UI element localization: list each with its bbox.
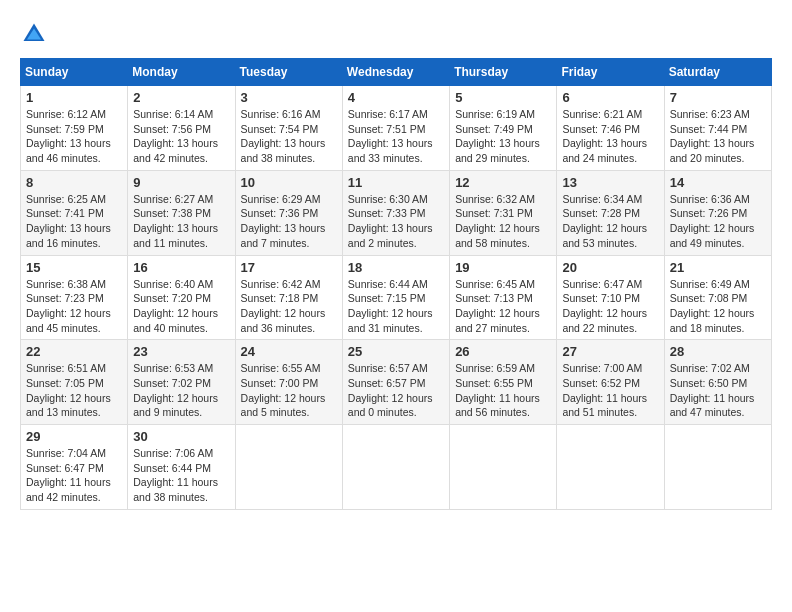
day-info: Sunrise: 6:45 AMSunset: 7:13 PMDaylight:… bbox=[455, 278, 540, 334]
day-info: Sunrise: 6:38 AMSunset: 7:23 PMDaylight:… bbox=[26, 278, 111, 334]
day-number: 30 bbox=[133, 429, 229, 444]
day-number: 27 bbox=[562, 344, 658, 359]
calendar-cell: 21 Sunrise: 6:49 AMSunset: 7:08 PMDaylig… bbox=[664, 255, 771, 340]
calendar-cell: 25 Sunrise: 6:57 AMSunset: 6:57 PMDaylig… bbox=[342, 340, 449, 425]
calendar-cell: 4 Sunrise: 6:17 AMSunset: 7:51 PMDayligh… bbox=[342, 86, 449, 171]
day-info: Sunrise: 6:44 AMSunset: 7:15 PMDaylight:… bbox=[348, 278, 433, 334]
day-info: Sunrise: 6:51 AMSunset: 7:05 PMDaylight:… bbox=[26, 362, 111, 418]
day-number: 1 bbox=[26, 90, 122, 105]
day-number: 20 bbox=[562, 260, 658, 275]
day-info: Sunrise: 6:57 AMSunset: 6:57 PMDaylight:… bbox=[348, 362, 433, 418]
calendar-cell: 3 Sunrise: 6:16 AMSunset: 7:54 PMDayligh… bbox=[235, 86, 342, 171]
calendar-cell: 19 Sunrise: 6:45 AMSunset: 7:13 PMDaylig… bbox=[450, 255, 557, 340]
day-info: Sunrise: 6:49 AMSunset: 7:08 PMDaylight:… bbox=[670, 278, 755, 334]
column-header-friday: Friday bbox=[557, 59, 664, 86]
calendar-cell: 30 Sunrise: 7:06 AMSunset: 6:44 PMDaylig… bbox=[128, 425, 235, 510]
day-info: Sunrise: 6:14 AMSunset: 7:56 PMDaylight:… bbox=[133, 108, 218, 164]
calendar-cell: 18 Sunrise: 6:44 AMSunset: 7:15 PMDaylig… bbox=[342, 255, 449, 340]
calendar-cell bbox=[450, 425, 557, 510]
calendar-cell: 26 Sunrise: 6:59 AMSunset: 6:55 PMDaylig… bbox=[450, 340, 557, 425]
calendar-cell: 9 Sunrise: 6:27 AMSunset: 7:38 PMDayligh… bbox=[128, 170, 235, 255]
day-info: Sunrise: 7:02 AMSunset: 6:50 PMDaylight:… bbox=[670, 362, 755, 418]
calendar-cell: 16 Sunrise: 6:40 AMSunset: 7:20 PMDaylig… bbox=[128, 255, 235, 340]
day-info: Sunrise: 6:34 AMSunset: 7:28 PMDaylight:… bbox=[562, 193, 647, 249]
calendar-cell: 24 Sunrise: 6:55 AMSunset: 7:00 PMDaylig… bbox=[235, 340, 342, 425]
day-info: Sunrise: 6:30 AMSunset: 7:33 PMDaylight:… bbox=[348, 193, 433, 249]
calendar-cell: 17 Sunrise: 6:42 AMSunset: 7:18 PMDaylig… bbox=[235, 255, 342, 340]
day-number: 28 bbox=[670, 344, 766, 359]
day-number: 7 bbox=[670, 90, 766, 105]
day-number: 21 bbox=[670, 260, 766, 275]
day-info: Sunrise: 6:36 AMSunset: 7:26 PMDaylight:… bbox=[670, 193, 755, 249]
column-header-saturday: Saturday bbox=[664, 59, 771, 86]
day-info: Sunrise: 6:17 AMSunset: 7:51 PMDaylight:… bbox=[348, 108, 433, 164]
column-header-thursday: Thursday bbox=[450, 59, 557, 86]
calendar-cell: 8 Sunrise: 6:25 AMSunset: 7:41 PMDayligh… bbox=[21, 170, 128, 255]
calendar-cell: 6 Sunrise: 6:21 AMSunset: 7:46 PMDayligh… bbox=[557, 86, 664, 171]
calendar-cell: 20 Sunrise: 6:47 AMSunset: 7:10 PMDaylig… bbox=[557, 255, 664, 340]
day-number: 14 bbox=[670, 175, 766, 190]
day-info: Sunrise: 6:53 AMSunset: 7:02 PMDaylight:… bbox=[133, 362, 218, 418]
column-header-monday: Monday bbox=[128, 59, 235, 86]
day-number: 24 bbox=[241, 344, 337, 359]
column-header-tuesday: Tuesday bbox=[235, 59, 342, 86]
day-info: Sunrise: 6:16 AMSunset: 7:54 PMDaylight:… bbox=[241, 108, 326, 164]
day-info: Sunrise: 6:40 AMSunset: 7:20 PMDaylight:… bbox=[133, 278, 218, 334]
calendar-cell bbox=[664, 425, 771, 510]
day-info: Sunrise: 6:25 AMSunset: 7:41 PMDaylight:… bbox=[26, 193, 111, 249]
day-number: 22 bbox=[26, 344, 122, 359]
calendar-cell: 10 Sunrise: 6:29 AMSunset: 7:36 PMDaylig… bbox=[235, 170, 342, 255]
calendar-cell: 1 Sunrise: 6:12 AMSunset: 7:59 PMDayligh… bbox=[21, 86, 128, 171]
day-info: Sunrise: 6:32 AMSunset: 7:31 PMDaylight:… bbox=[455, 193, 540, 249]
calendar-cell: 29 Sunrise: 7:04 AMSunset: 6:47 PMDaylig… bbox=[21, 425, 128, 510]
logo-icon bbox=[20, 20, 48, 48]
calendar-cell: 13 Sunrise: 6:34 AMSunset: 7:28 PMDaylig… bbox=[557, 170, 664, 255]
day-number: 10 bbox=[241, 175, 337, 190]
calendar-cell: 11 Sunrise: 6:30 AMSunset: 7:33 PMDaylig… bbox=[342, 170, 449, 255]
day-number: 3 bbox=[241, 90, 337, 105]
day-number: 13 bbox=[562, 175, 658, 190]
column-header-wednesday: Wednesday bbox=[342, 59, 449, 86]
day-number: 12 bbox=[455, 175, 551, 190]
day-number: 23 bbox=[133, 344, 229, 359]
calendar-cell: 14 Sunrise: 6:36 AMSunset: 7:26 PMDaylig… bbox=[664, 170, 771, 255]
day-info: Sunrise: 6:19 AMSunset: 7:49 PMDaylight:… bbox=[455, 108, 540, 164]
calendar-cell: 27 Sunrise: 7:00 AMSunset: 6:52 PMDaylig… bbox=[557, 340, 664, 425]
day-number: 5 bbox=[455, 90, 551, 105]
page-header bbox=[20, 20, 772, 48]
day-info: Sunrise: 6:27 AMSunset: 7:38 PMDaylight:… bbox=[133, 193, 218, 249]
calendar-cell: 28 Sunrise: 7:02 AMSunset: 6:50 PMDaylig… bbox=[664, 340, 771, 425]
day-number: 16 bbox=[133, 260, 229, 275]
day-number: 18 bbox=[348, 260, 444, 275]
day-info: Sunrise: 7:04 AMSunset: 6:47 PMDaylight:… bbox=[26, 447, 111, 503]
calendar-cell bbox=[342, 425, 449, 510]
day-number: 19 bbox=[455, 260, 551, 275]
day-number: 15 bbox=[26, 260, 122, 275]
calendar-header-row: SundayMondayTuesdayWednesdayThursdayFrid… bbox=[21, 59, 772, 86]
day-number: 8 bbox=[26, 175, 122, 190]
calendar-week-row: 8 Sunrise: 6:25 AMSunset: 7:41 PMDayligh… bbox=[21, 170, 772, 255]
calendar-cell: 7 Sunrise: 6:23 AMSunset: 7:44 PMDayligh… bbox=[664, 86, 771, 171]
column-header-sunday: Sunday bbox=[21, 59, 128, 86]
day-info: Sunrise: 6:12 AMSunset: 7:59 PMDaylight:… bbox=[26, 108, 111, 164]
calendar-cell: 5 Sunrise: 6:19 AMSunset: 7:49 PMDayligh… bbox=[450, 86, 557, 171]
day-info: Sunrise: 6:29 AMSunset: 7:36 PMDaylight:… bbox=[241, 193, 326, 249]
calendar-cell bbox=[557, 425, 664, 510]
day-number: 26 bbox=[455, 344, 551, 359]
calendar-week-row: 22 Sunrise: 6:51 AMSunset: 7:05 PMDaylig… bbox=[21, 340, 772, 425]
day-number: 4 bbox=[348, 90, 444, 105]
calendar-week-row: 1 Sunrise: 6:12 AMSunset: 7:59 PMDayligh… bbox=[21, 86, 772, 171]
calendar-week-row: 15 Sunrise: 6:38 AMSunset: 7:23 PMDaylig… bbox=[21, 255, 772, 340]
day-info: Sunrise: 6:42 AMSunset: 7:18 PMDaylight:… bbox=[241, 278, 326, 334]
day-number: 17 bbox=[241, 260, 337, 275]
day-number: 29 bbox=[26, 429, 122, 444]
day-info: Sunrise: 7:06 AMSunset: 6:44 PMDaylight:… bbox=[133, 447, 218, 503]
day-number: 6 bbox=[562, 90, 658, 105]
calendar-cell bbox=[235, 425, 342, 510]
calendar-table: SundayMondayTuesdayWednesdayThursdayFrid… bbox=[20, 58, 772, 510]
day-info: Sunrise: 7:00 AMSunset: 6:52 PMDaylight:… bbox=[562, 362, 647, 418]
logo bbox=[20, 20, 52, 48]
day-number: 25 bbox=[348, 344, 444, 359]
calendar-cell: 12 Sunrise: 6:32 AMSunset: 7:31 PMDaylig… bbox=[450, 170, 557, 255]
day-info: Sunrise: 6:55 AMSunset: 7:00 PMDaylight:… bbox=[241, 362, 326, 418]
